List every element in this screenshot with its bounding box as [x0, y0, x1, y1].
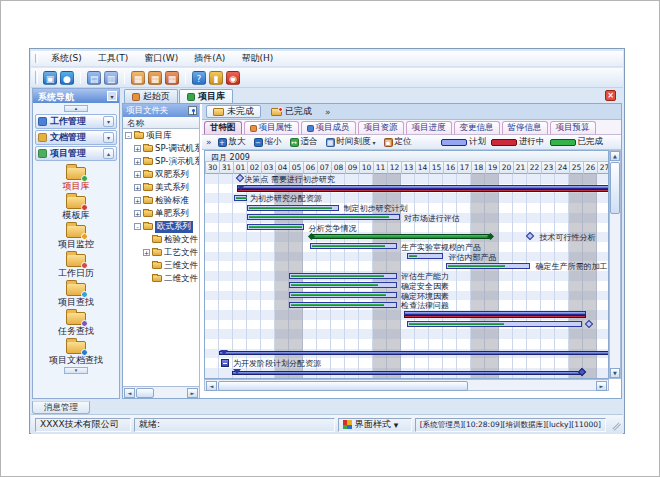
menu-item[interactable]: 窗口(W) [136, 50, 186, 67]
gantt-bar-task[interactable] [310, 243, 397, 249]
tree-horizontal-scrollbar[interactable]: ◄ ► [123, 386, 199, 398]
gantt-bar-task[interactable] [289, 292, 397, 298]
menu-grip[interactable] [35, 54, 38, 63]
expander-icon[interactable]: + [134, 184, 141, 191]
menu-item[interactable]: 工具(T) [90, 50, 137, 67]
chevron-icon[interactable]: ▾ [103, 132, 114, 143]
tree-node[interactable]: +美式系列 [123, 181, 199, 194]
function-tab[interactable]: 甘特图 [204, 121, 242, 134]
tool-定位[interactable]: ▣定位 [382, 135, 414, 149]
tree-node[interactable]: 三维文件 [123, 259, 199, 272]
scroll-thumb[interactable] [136, 388, 154, 398]
tree-node[interactable]: +检验标准 [123, 194, 199, 207]
function-tab[interactable]: 项目预算 [550, 121, 596, 134]
gantt-bar-task[interactable] [247, 205, 339, 211]
calendar-delete-icon[interactable]: ▦ [165, 71, 179, 85]
expander-icon[interactable]: + [134, 145, 141, 152]
expander-icon[interactable]: + [143, 249, 150, 256]
tree-node[interactable]: 二维文件 [123, 272, 199, 285]
sidebar-item[interactable]: 模板库 [33, 194, 119, 222]
expander-icon[interactable]: + [134, 210, 141, 217]
tool-放大[interactable]: +放大 [216, 135, 248, 149]
tree-node[interactable]: +工艺文件 [123, 246, 199, 259]
tree-node[interactable]: 检验文件 [123, 233, 199, 246]
sidebar-item[interactable]: 任务查找 [33, 310, 119, 338]
scroll-thumb[interactable] [610, 162, 620, 214]
help-icon[interactable]: ? [192, 71, 206, 85]
folder-window-icon[interactable]: ▥ [104, 71, 118, 85]
gantt-bar-inprogress[interactable] [404, 315, 586, 318]
tool-适合[interactable]: ↔适合 [288, 135, 320, 149]
sidebar-item[interactable]: 项目监控 [33, 223, 119, 251]
tree-node[interactable]: -项目库 [123, 129, 199, 142]
expander-icon[interactable]: + [134, 197, 141, 204]
menu-item[interactable]: 帮助(H) [233, 50, 281, 67]
scroll-right-icon[interactable]: ► [187, 388, 198, 398]
expander-icon[interactable]: + [134, 158, 141, 165]
gantt-bar-summary[interactable] [219, 351, 609, 355]
scroll-right-icon[interactable]: ► [596, 381, 607, 391]
gantt-bar-task[interactable] [407, 321, 582, 327]
gantt-bar-complete[interactable] [310, 234, 492, 239]
subtab[interactable]: 已完成 [265, 105, 318, 118]
document-tab[interactable]: 起始页 [124, 89, 178, 103]
gantt-bar-task[interactable] [247, 214, 400, 220]
gantt-bar-inprogress[interactable] [237, 189, 609, 192]
tree-node[interactable]: +双肥系列 [123, 168, 199, 181]
gantt-bar-task[interactable] [407, 253, 443, 259]
document-tab[interactable]: 项目库 [179, 89, 233, 103]
message-management-tab[interactable]: 消息管理 [32, 401, 90, 414]
gantt-bar-task[interactable] [289, 282, 397, 288]
computer-icon[interactable]: ▣ [43, 71, 57, 85]
sidebar-group[interactable]: 工作管理▾ [35, 114, 117, 129]
sidebar-group[interactable]: 项目管理▴ [35, 146, 117, 161]
chevron-icon[interactable]: ▾ [103, 116, 114, 127]
gantt-bar-task[interactable] [446, 263, 530, 269]
folder-open-icon[interactable]: ▤ [87, 71, 101, 85]
expander-icon[interactable]: + [134, 171, 141, 178]
sidebar-item[interactable]: 项目库 [33, 165, 119, 193]
tool-缩小[interactable]: −缩小 [252, 135, 284, 149]
function-tab[interactable]: 项目成员 [301, 121, 356, 134]
gantt-bar-summary[interactable] [232, 371, 582, 375]
gantt-bar-task[interactable] [247, 224, 304, 230]
scroll-left-icon[interactable]: ◄ [206, 381, 217, 391]
close-icon[interactable]: × [605, 90, 616, 101]
expander-icon[interactable]: - [125, 132, 132, 139]
chevron-icon[interactable]: ▴ [103, 148, 114, 159]
lock-icon[interactable]: ▮ [209, 71, 223, 85]
menu-item[interactable]: 插件(A) [186, 50, 233, 67]
tool-时间刻度[interactable]: ▦时间刻度▾ [324, 135, 378, 149]
subtab[interactable]: 未完成 [206, 105, 261, 118]
more-tools-icon[interactable]: » [206, 137, 212, 147]
globe-icon[interactable]: ● [60, 71, 74, 85]
tree-node[interactable]: +SP-演示机系 [123, 155, 199, 168]
sidebar-item[interactable]: 项目文档查找 [33, 339, 119, 367]
function-tab[interactable]: 变更信息 [454, 121, 500, 134]
gantt-bar-plan[interactable] [404, 311, 586, 315]
calendar-edit-icon[interactable]: ▦ [148, 71, 162, 85]
gantt-horizontal-scrollbar[interactable]: ◄ ► [204, 379, 609, 391]
exit-icon[interactable]: ◉ [226, 71, 240, 85]
scroll-up-icon[interactable]: ▲ [610, 151, 620, 161]
ui-style-selector[interactable]: 界面样式 ▾ [338, 418, 412, 432]
scroll-left-icon[interactable]: ◄ [124, 388, 135, 398]
gantt-bar-plan[interactable] [237, 185, 609, 189]
expander-icon[interactable]: - [134, 223, 141, 230]
toolbar-grip[interactable] [35, 71, 38, 84]
gantt-vertical-scrollbar[interactable]: ▲ ▼ [609, 150, 621, 379]
tree-node[interactable]: -欧式系列 [123, 220, 199, 233]
more-tabs-icon[interactable]: » [322, 107, 334, 117]
gantt-bar-task[interactable] [234, 195, 247, 201]
scroll-thumb[interactable] [218, 381, 468, 391]
resize-grip[interactable] [608, 418, 621, 431]
collapse-up-icon[interactable]: ▴ [64, 105, 88, 112]
gantt-bar-task[interactable] [289, 302, 397, 308]
function-tab[interactable]: 项目进度 [406, 121, 452, 134]
gantt-bar-task[interactable] [289, 273, 397, 279]
scroll-down-icon[interactable]: ▼ [610, 368, 620, 378]
collapse-down-icon[interactable]: ▾ [64, 367, 88, 374]
function-tab[interactable]: 暂停信息 [502, 121, 548, 134]
pin-icon[interactable] [188, 106, 197, 115]
tree-node[interactable]: +SP-调试机系 [123, 142, 199, 155]
